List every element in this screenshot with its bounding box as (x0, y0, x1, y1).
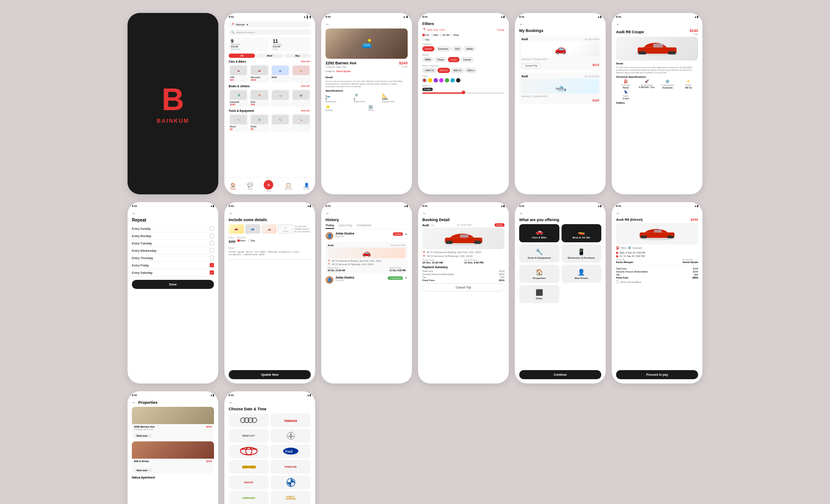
color-red[interactable] (422, 78, 427, 82)
back-history[interactable]: ← (326, 211, 408, 216)
tool-item-3[interactable]: 🪛 (291, 114, 311, 132)
color-purple[interactable] (434, 78, 438, 82)
logo-ducati[interactable]: DUCATI (229, 475, 269, 489)
nav-post[interactable]: +Post (264, 180, 273, 192)
repeat-friday[interactable]: Every Friday ✓ (132, 262, 214, 269)
color-black[interactable] (456, 78, 460, 82)
heart-icon[interactable]: ♡ (404, 75, 408, 79)
back-booking-detail[interactable]: ← (422, 211, 504, 216)
tab-today[interactable]: Today (326, 224, 334, 229)
tab-buy[interactable]: Buy (284, 54, 311, 58)
per-hour[interactable]: Hour (237, 239, 246, 242)
done-button[interactable]: Done (132, 280, 214, 289)
nav-chat[interactable]: 💬Chat (247, 183, 252, 190)
logo-audi[interactable] (229, 413, 269, 427)
logo-harley[interactable]: HARLEYDAVIDSON (271, 491, 311, 504)
car-item-3[interactable]: 🚕 (291, 64, 311, 82)
radius-bar[interactable] (422, 92, 504, 94)
back-bookings[interactable]: ← (519, 22, 601, 26)
tools-view-all[interactable]: view all › (301, 109, 311, 112)
nav-home[interactable]: 🏠Home (230, 183, 236, 190)
cat-sedan[interactable]: Sedan (463, 46, 476, 51)
tab-all[interactable]: All (229, 54, 255, 58)
tool-item-0[interactable]: 🔧 Bosch $9 (229, 114, 248, 132)
repeat-sunday[interactable]: Every Sunday (132, 225, 214, 232)
logo-ford[interactable]: Ford (271, 444, 311, 458)
offering-electronics[interactable]: 📱 Electronic & Furniture (562, 244, 602, 263)
type-jetski[interactable]: Jet Ski (440, 34, 450, 36)
brand-lexus[interactable]: Lexus (448, 57, 460, 62)
back-offering[interactable]: ← (519, 211, 601, 216)
change-link[interactable]: Change (497, 29, 504, 31)
logo-bentley[interactable]: BENTLEY (229, 429, 269, 443)
search-bar[interactable]: 🔍 Advance search (229, 29, 311, 35)
cat-sports[interactable]: Sports (422, 46, 434, 51)
back-properties[interactable]: ← (132, 400, 136, 405)
cat-exclusive[interactable]: Exclusive (436, 46, 451, 51)
detail-textarea[interactable] (229, 250, 311, 260)
price-field[interactable]: $290 (229, 239, 236, 244)
checkbox-sunday[interactable] (210, 226, 214, 231)
expand-icon-1[interactable]: ▲ (404, 232, 408, 236)
car-item-2[interactable]: 🚙 BMW (271, 64, 290, 82)
type-bike[interactable]: Bike (431, 34, 438, 36)
tab-completed[interactable]: Completed (357, 224, 371, 229)
offering-cars[interactable]: 🚗 Cars & Bike (519, 224, 559, 242)
cat-suv[interactable]: SUV (452, 46, 462, 51)
terms-checkbox[interactable] (616, 280, 619, 283)
boats-view-all[interactable]: view all › (301, 85, 311, 88)
logo-yamaha[interactable]: YAMAHA (271, 413, 311, 427)
checkbox-wednesday[interactable] (210, 248, 214, 253)
offering-properties[interactable]: 🏠 Properties (519, 265, 559, 283)
boat-item-2[interactable]: 🚤 (271, 89, 290, 107)
heart-btn[interactable]: ♡ (695, 22, 699, 27)
back-arrow[interactable]: ← (326, 22, 408, 26)
logo-bmw[interactable] (271, 475, 311, 489)
back-diesel[interactable]: ← (616, 211, 698, 216)
checkbox-thursday[interactable] (210, 256, 214, 260)
type-car[interactable]: Car (422, 34, 429, 36)
color-yellow[interactable] (428, 78, 432, 82)
offering-manpower[interactable]: 👤 Man Power (562, 265, 602, 283)
cars-bikes-view-all[interactable]: view all › (301, 60, 311, 63)
checkbox-monday[interactable] (210, 234, 214, 238)
cancel-btn-1[interactable]: Cancel Trip (521, 63, 541, 68)
logo-porsche[interactable]: PORSCHE (271, 460, 311, 474)
checkbox-saturday[interactable]: ✓ (210, 270, 214, 275)
cc-1500[interactable]: 1500 cc (465, 68, 477, 73)
update-button[interactable]: Update Now (229, 370, 311, 379)
repeat-saturday[interactable]: Every Saturday ✓ (132, 269, 214, 276)
checkbox-tuesday[interactable] (210, 241, 214, 245)
proceed-button[interactable]: Proceed to pay (616, 370, 698, 379)
back-datetime[interactable]: ← (229, 400, 311, 405)
nav-profile[interactable]: 👤Profile (303, 183, 310, 190)
car-item-0[interactable]: 🏍️ 4TM $24 (229, 64, 248, 82)
repeat-wednesday[interactable]: Every Wednesday (132, 247, 214, 254)
type-boat[interactable]: Boat (451, 34, 459, 36)
expand-icon-2[interactable]: ▼ (404, 276, 408, 280)
rent-btn-2[interactable]: Rent now → (134, 468, 153, 472)
repeat-thursday[interactable]: Every Thursday (132, 254, 214, 262)
brand-lexus2[interactable]: Lexus2 (461, 57, 474, 62)
tab-upcoming[interactable]: Upcoming (338, 224, 352, 229)
cc-3600[interactable]: 3600 CC (451, 68, 464, 73)
heart-prop-1[interactable]: ♡ (209, 429, 212, 433)
car-item-1[interactable]: 🚗 Mercedes $240 (249, 64, 269, 82)
cancel-trip-button[interactable]: Cancel Trip (422, 283, 504, 292)
back-details[interactable]: ← (229, 211, 311, 216)
repeat-tuesday[interactable]: Every Tuesday (132, 240, 214, 247)
logo-kawasaki[interactable]: KAWASAKI (229, 491, 269, 504)
heart-prop-2[interactable]: ♡ (209, 463, 212, 467)
logo-toyota[interactable] (229, 444, 269, 458)
continue-button[interactable]: Continue (519, 370, 601, 379)
brand-bmw[interactable]: BMW (422, 57, 433, 62)
per-day[interactable]: Day (248, 239, 255, 242)
cc-2500[interactable]: 2500 CC (437, 68, 450, 73)
cc-2000[interactable]: +2000 CC (422, 68, 437, 73)
offering-boats[interactable]: 🚤 Boat & Jet Ski (562, 224, 602, 242)
tool-item-1[interactable]: ⚙️ Brokk $9 (249, 114, 269, 132)
boat-item-0[interactable]: 🏄 Kawasaki $180 (229, 89, 248, 107)
location-bar[interactable]: 📍 Bahrain ▾ (229, 22, 311, 27)
offering-other[interactable]: ⬛ Other (519, 285, 559, 303)
boat-item-1[interactable]: ⛵ Boat $45 (249, 89, 269, 107)
